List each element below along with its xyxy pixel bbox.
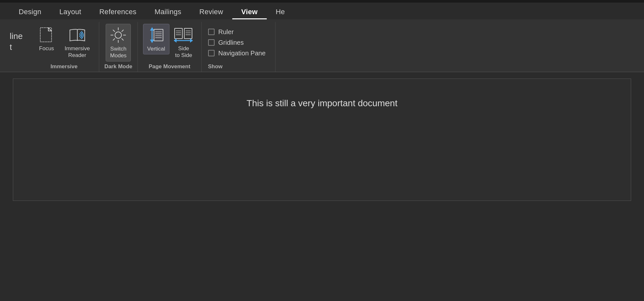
dark-mode-section-label: Dark Mode (104, 61, 132, 72)
focus-button[interactable]: Focus (34, 24, 59, 54)
document-content: This is still a very important document (26, 98, 618, 108)
dark-mode-section: SwitchModes Dark Mode (99, 22, 138, 72)
vertical-icon (148, 27, 165, 43)
gridlines-label: Gridlines (218, 39, 244, 46)
switch-modes-label: SwitchModes (110, 45, 127, 59)
svg-line-8 (122, 30, 123, 32)
focus-label: Focus (39, 45, 54, 52)
immersive-section-items: Focus ImmersiveReader (34, 24, 93, 61)
gridlines-row[interactable]: Gridlines (208, 39, 266, 46)
page-movement-section: Vertical (138, 22, 202, 72)
vertical-label: Vertical (147, 45, 165, 52)
svg-rect-16 (175, 28, 182, 39)
show-section: Ruler Gridlines Navigation Pane Show (202, 22, 276, 72)
ribbon-left-text: line t (0, 22, 29, 72)
svg-line-9 (113, 39, 115, 40)
show-section-items: Ruler Gridlines Navigation Pane (208, 24, 266, 61)
page-movement-section-label: Page Movement (149, 61, 190, 72)
ribbon-toolbar: line t Focus (0, 19, 644, 72)
left-text-line1: line (10, 31, 23, 42)
svg-rect-11 (154, 29, 163, 41)
ruler-row[interactable]: Ruler (208, 28, 266, 36)
side-to-side-icon (175, 26, 192, 43)
ruler-checkbox[interactable] (208, 29, 215, 35)
immersive-reader-icon (69, 26, 86, 43)
immersive-section: Focus ImmersiveReader (29, 22, 99, 72)
tab-help[interactable]: He (267, 5, 294, 19)
top-bar (0, 0, 644, 3)
switch-modes-button[interactable]: SwitchModes (106, 24, 131, 61)
svg-line-6 (113, 30, 115, 32)
dark-mode-section-items: SwitchModes (106, 24, 131, 61)
navigation-pane-label: Navigation Pane (218, 50, 266, 57)
gridlines-checkbox[interactable] (208, 39, 215, 46)
svg-line-7 (122, 39, 123, 40)
navigation-pane-row[interactable]: Navigation Pane (208, 50, 266, 57)
document-page: This is still a very important document (13, 79, 631, 201)
tab-review[interactable]: Review (190, 5, 232, 19)
svg-rect-20 (184, 28, 192, 39)
side-to-side-button[interactable]: Sideto Side (171, 24, 196, 61)
ribbon-tabs: Design Layout References Mailings Review… (0, 3, 644, 19)
tab-layout[interactable]: Layout (50, 5, 90, 19)
tab-references[interactable]: References (90, 5, 146, 19)
svg-rect-0 (40, 28, 52, 42)
tab-view[interactable]: View (232, 5, 267, 19)
side-to-side-label: Sideto Side (175, 45, 192, 59)
left-text-line2: t (10, 42, 23, 53)
tab-design[interactable]: Design (10, 5, 50, 19)
page-movement-section-items: Vertical (143, 24, 196, 61)
immersive-reader-label: ImmersiveReader (64, 45, 90, 59)
navigation-pane-checkbox[interactable] (208, 50, 215, 56)
immersive-reader-button[interactable]: ImmersiveReader (61, 24, 93, 61)
vertical-button[interactable]: Vertical (143, 24, 169, 54)
show-section-label: Show (208, 61, 223, 72)
svg-point-1 (115, 32, 121, 38)
tab-mailings[interactable]: Mailings (146, 5, 190, 19)
switch-modes-icon (110, 27, 127, 43)
focus-icon (38, 26, 55, 43)
immersive-section-label: Immersive (51, 61, 78, 72)
ruler-label: Ruler (218, 28, 234, 36)
